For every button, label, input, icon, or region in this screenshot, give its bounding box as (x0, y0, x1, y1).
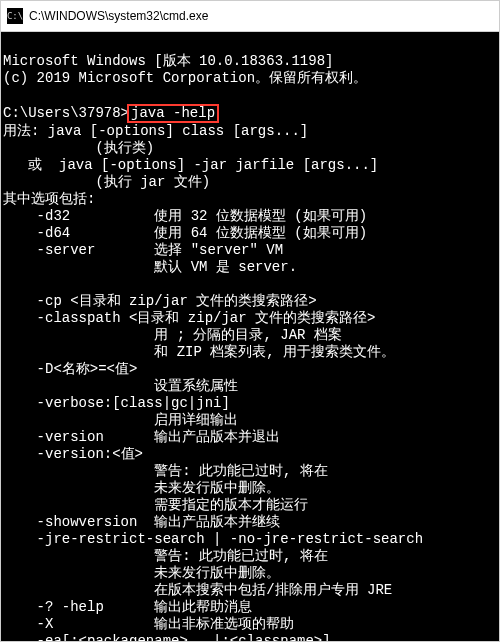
output-line: 未来发行版中删除。 (3, 480, 497, 497)
output-line: (执行 jar 文件) (3, 174, 497, 191)
blank-line (3, 87, 11, 103)
output-line: 和 ZIP 档案列表, 用于搜索类文件。 (3, 344, 497, 361)
terminal-output[interactable]: Microsoft Windows [版本 10.0.18363.1198] (… (1, 32, 499, 641)
output-line: -showversion 输出产品版本并继续 (3, 514, 497, 531)
output-line: -jre-restrict-search | -no-jre-restrict-… (3, 531, 497, 548)
banner-line: (c) 2019 Microsoft Corporation。保留所有权利。 (3, 70, 367, 86)
output-line: -D<名称>=<值> (3, 361, 497, 378)
cmd-icon: C:\ (7, 8, 23, 24)
output-line: 用 ; 分隔的目录, JAR 档案 (3, 327, 497, 344)
output-line: -d32 使用 32 位数据模型 (如果可用) (3, 208, 497, 225)
output-line: 警告: 此功能已过时, 将在 (3, 463, 497, 480)
output-line: 警告: 此功能已过时, 将在 (3, 548, 497, 565)
output-line: 未来发行版中删除。 (3, 565, 497, 582)
output-line: -version:<值> (3, 446, 497, 463)
output-line: -d64 使用 64 位数据模型 (如果可用) (3, 225, 497, 242)
output-line: 其中选项包括: (3, 191, 497, 208)
output-line: 或 java [-options] -jar jarfile [args...] (3, 157, 497, 174)
command-highlight: java -help (127, 104, 219, 123)
output-line: 用法: java [-options] class [args...] (3, 123, 497, 140)
output-line: 设置系统属性 (3, 378, 497, 395)
output-line: -cp <目录和 zip/jar 文件的类搜索路径> (3, 293, 497, 310)
output-line: (执行类) (3, 140, 497, 157)
output-line: -version 输出产品版本并退出 (3, 429, 497, 446)
output-line: -? -help 输出此帮助消息 (3, 599, 497, 616)
output-line: -ea[:<packagename>...|:<classname>] (3, 633, 497, 641)
output-line: -server 选择 "server" VM (3, 242, 497, 259)
window-title: C:\WINDOWS\system32\cmd.exe (29, 9, 208, 23)
output-line: -classpath <目录和 zip/jar 文件的类搜索路径> (3, 310, 497, 327)
titlebar[interactable]: C:\ C:\WINDOWS\system32\cmd.exe (1, 1, 499, 32)
prompt-line: C:\Users\37978>java -help (3, 105, 219, 121)
banner-line: Microsoft Windows [版本 10.0.18363.1198] (3, 53, 333, 69)
output-line: 默认 VM 是 server. (3, 259, 497, 276)
prompt-prefix: C:\Users\37978> (3, 105, 129, 121)
output-line: 在版本搜索中包括/排除用户专用 JRE (3, 582, 497, 599)
output-line: 需要指定的版本才能运行 (3, 497, 497, 514)
output-line: -verbose:[class|gc|jni] (3, 395, 497, 412)
help-output: 用法: java [-options] class [args...] (执行类… (3, 123, 497, 641)
output-line: -X 输出非标准选项的帮助 (3, 616, 497, 633)
output-line (3, 276, 497, 293)
cmd-window: C:\ C:\WINDOWS\system32\cmd.exe Microsof… (0, 0, 500, 642)
output-line: 启用详细输出 (3, 412, 497, 429)
